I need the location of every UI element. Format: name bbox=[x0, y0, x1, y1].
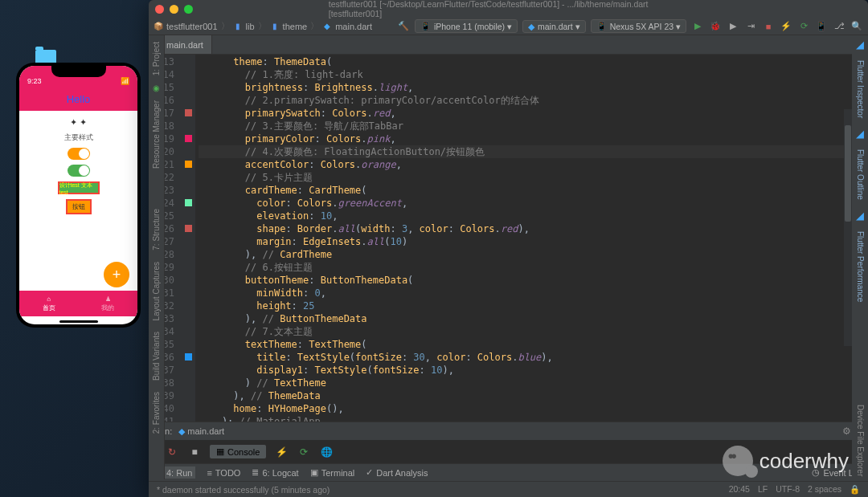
switch-1[interactable] bbox=[68, 148, 90, 160]
editor[interactable]: 1314151617181920212223242526272829303132… bbox=[149, 55, 868, 422]
titlebar[interactable]: testflutter001 [~/Desktop/LearnFlutter/T… bbox=[149, 0, 868, 18]
build-icon[interactable]: 🔨 bbox=[397, 20, 410, 33]
git-icon[interactable]: ⎇ bbox=[833, 20, 845, 33]
flutter-icon[interactable]: ◢ bbox=[856, 210, 864, 222]
hot-reload-run-icon[interactable]: ⚡ bbox=[274, 445, 289, 459]
gutter-markers bbox=[181, 55, 195, 422]
search-icon[interactable]: 🔍 bbox=[850, 20, 863, 33]
tab-flutter-performance[interactable]: Flutter Performance bbox=[856, 228, 865, 305]
tab-device-file-explorer[interactable]: Device File Explorer bbox=[856, 401, 865, 479]
device-selector-1[interactable]: 📱 iPhone 11 (mobile) ▾ bbox=[415, 19, 518, 33]
notch bbox=[51, 66, 106, 77]
tab-structure[interactable]: 7: Structure bbox=[152, 206, 161, 254]
resource-icon[interactable]: ◉ bbox=[153, 84, 160, 92]
rerun-icon[interactable]: ↻ bbox=[165, 445, 179, 459]
profile-icon[interactable]: ▶ bbox=[727, 20, 739, 33]
run-config-selector[interactable]: ◆ main.dart ▾ bbox=[522, 20, 586, 33]
caret-position[interactable]: 20:45 bbox=[729, 484, 750, 495]
code-area[interactable]: theme: ThemeData( // 1.亮度: light-dark br… bbox=[195, 55, 868, 422]
breadcrumb[interactable]: 📦testflutter001〉 ▮lib〉 ▮theme〉 ◆main.dar… bbox=[154, 20, 372, 32]
device-selector-2[interactable]: 📱 Nexus 5X API 23 ▾ bbox=[591, 19, 686, 33]
console-tab[interactable]: ▦ Console bbox=[210, 445, 266, 458]
phone-icons: ✦ ✦ bbox=[70, 117, 87, 128]
stop-run-icon[interactable]: ■ bbox=[187, 445, 202, 459]
tool-todo[interactable]: ≡ TODO bbox=[207, 468, 240, 478]
tab-build-variants[interactable]: Build Variants bbox=[152, 328, 161, 384]
ide-window: testflutter001 [~/Desktop/LearnFlutter/T… bbox=[149, 0, 868, 497]
encoding[interactable]: UTF-8 bbox=[776, 484, 800, 495]
tab-project[interactable]: 1: Project bbox=[152, 39, 161, 79]
home-indicator bbox=[59, 320, 98, 323]
hot-restart-run-icon[interactable]: ⟳ bbox=[297, 445, 311, 459]
devtools-run-icon[interactable]: 🌐 bbox=[319, 445, 334, 459]
wechat-icon: •• bbox=[723, 446, 753, 476]
phone-label: 主要样式 bbox=[64, 132, 93, 143]
tool-dart-analysis[interactable]: ✓ Dart Analysis bbox=[366, 467, 428, 478]
phone-tabbar[interactable]: ⌂首页 ♟我的 bbox=[19, 291, 137, 316]
tab-resource-manager[interactable]: Resource Manager bbox=[152, 97, 161, 172]
attach-icon[interactable]: ⇥ bbox=[744, 20, 757, 33]
window-title: testflutter001 [~/Desktop/LearnFlutter/T… bbox=[329, 0, 689, 18]
tool-terminal[interactable]: ▣ Terminal bbox=[310, 467, 355, 478]
flutter-icon[interactable]: ◢ bbox=[856, 128, 864, 140]
run-icon[interactable]: ▶ bbox=[691, 20, 704, 33]
left-tool-rail: 1: Project ◉ Resource Manager 7: Structu… bbox=[149, 35, 165, 479]
tab-flutter-outline[interactable]: Flutter Outline bbox=[856, 146, 865, 203]
stop-icon[interactable]: ■ bbox=[762, 20, 775, 33]
toolbar: 📦testflutter001〉 ▮lib〉 ▮theme〉 ◆main.dar… bbox=[149, 18, 868, 35]
maximize-icon[interactable] bbox=[184, 5, 193, 14]
flutter-icon[interactable]: ◢ bbox=[856, 39, 864, 51]
iphone-simulator: 9:23📶 Hello ✦ ✦ 主要样式 设计test 文本test 按钮 + … bbox=[16, 63, 141, 328]
hot-reload-icon[interactable]: ⚡ bbox=[780, 20, 792, 33]
phone-button[interactable]: 按钮 bbox=[66, 199, 92, 214]
phone-card: 设计test 文本test bbox=[58, 181, 100, 194]
tab-favorites[interactable]: 2: Favorites bbox=[152, 389, 161, 437]
fab-button[interactable]: + bbox=[104, 262, 129, 287]
lock-icon[interactable]: 🔒 bbox=[850, 484, 860, 495]
close-icon[interactable] bbox=[155, 5, 164, 14]
scrollbar[interactable] bbox=[844, 109, 852, 346]
status-message: * daemon started successfully (5 minutes… bbox=[157, 485, 330, 495]
run-tab[interactable]: ◆main.dart bbox=[178, 426, 224, 437]
indent[interactable]: 2 spaces bbox=[808, 484, 841, 495]
right-tool-rail: ◢ Flutter Inspector ◢ Flutter Outline ◢ … bbox=[852, 35, 868, 479]
phone-appbar: Hello bbox=[19, 87, 137, 111]
editor-tabbar: ◆main.dart bbox=[149, 35, 868, 55]
debug-icon[interactable]: 🐞 bbox=[709, 20, 722, 33]
tab-layout-captures[interactable]: Layout Captures bbox=[152, 259, 161, 324]
hot-restart-icon[interactable]: ⟳ bbox=[797, 20, 810, 33]
tool-logcat[interactable]: ≣ 6: Logcat bbox=[252, 467, 298, 478]
line-sep[interactable]: LF bbox=[758, 484, 768, 495]
devtools-icon[interactable]: 📱 bbox=[815, 20, 828, 33]
minimize-icon[interactable] bbox=[170, 5, 178, 14]
switch-2[interactable] bbox=[68, 165, 90, 177]
tab-flutter-inspector[interactable]: Flutter Inspector bbox=[856, 57, 865, 121]
status-bar: * daemon started successfully (5 minutes… bbox=[149, 481, 868, 497]
watermark: •• coderwhy bbox=[723, 446, 849, 476]
